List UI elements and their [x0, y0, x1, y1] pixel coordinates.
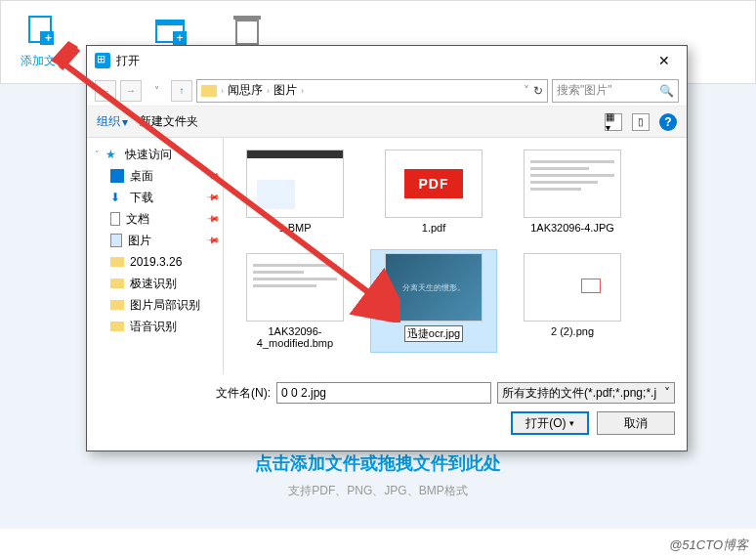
refresh-icon[interactable]: ↻ — [533, 84, 543, 98]
open-dialog: 打开 ✕ ← → ˅ ↑ › 闻思序 › 图片 › ˅ ↻ 搜索"图片" 🔍 组… — [86, 45, 688, 451]
open-button[interactable]: 打开(O) ▾ — [511, 411, 589, 435]
dialog-body: ˅ ★ 快速访问 桌面📌 ⬇ 下载📌 文档📌 图片📌 — [87, 138, 687, 374]
view-options-button[interactable]: ▦ ▾ — [605, 113, 622, 131]
sidebar-quick-access[interactable]: ˅ ★ 快速访问 — [91, 144, 219, 165]
crumb-2[interactable]: 图片 — [273, 82, 297, 99]
pin-icon: 📌 — [206, 234, 221, 248]
nav-history-button[interactable]: ˅ — [146, 80, 167, 102]
sidebar-desktop[interactable]: 桌面📌 — [91, 165, 219, 187]
file-item[interactable]: 2 (2).png — [509, 249, 636, 353]
thumbnail — [246, 253, 344, 322]
file-name: 1AK32096-4.JPG — [530, 222, 614, 234]
sidebar-folder-3[interactable]: 图片局部识别 — [91, 294, 219, 316]
folder-icon — [110, 300, 124, 310]
file-item-selected[interactable]: 分离天生的惯形。 迅捷ocr.jpg — [370, 249, 497, 353]
add-file-label: 添加文件 — [21, 53, 67, 69]
dialog-titlebar[interactable]: 打开 ✕ — [87, 46, 687, 75]
folder-icon — [201, 85, 217, 97]
help-icon[interactable]: ? — [659, 113, 677, 131]
chevron-right-icon: › — [267, 86, 270, 96]
address-bar[interactable]: › 闻思序 › 图片 › ˅ ↻ — [196, 79, 548, 103]
desktop-icon — [110, 169, 124, 183]
thumbnail — [246, 150, 344, 218]
pictures-icon — [110, 234, 122, 247]
file-name: 迅捷ocr.jpg — [404, 325, 463, 342]
drop-subtitle: 支持PDF、PNG、JPG、BMP格式 — [0, 483, 756, 499]
chevron-right-icon: › — [221, 86, 224, 96]
sidebar-downloads[interactable]: ⬇ 下载📌 — [91, 187, 219, 208]
add-folder-button[interactable] — [155, 16, 187, 47]
file-item[interactable]: 1AK32096-4.JPG — [509, 146, 636, 237]
nav-bar: ← → ˅ ↑ › 闻思序 › 图片 › ˅ ↻ 搜索"图片" 🔍 — [87, 75, 687, 107]
add-folder-icon — [155, 20, 185, 43]
dialog-icon — [95, 53, 110, 68]
new-folder-button[interactable]: 新建文件夹 — [140, 113, 198, 130]
organize-menu[interactable]: 组织 ▾ — [97, 113, 128, 130]
filename-label: 文件名(N): — [216, 385, 271, 402]
pin-icon: 📌 — [206, 212, 221, 227]
pin-icon: 📌 — [206, 191, 221, 205]
star-icon: ★ — [105, 148, 119, 161]
trash-button[interactable] — [235, 16, 267, 47]
sidebar-documents[interactable]: 文档📌 — [91, 208, 219, 230]
split-dropdown-icon[interactable]: ▾ — [569, 418, 574, 428]
crumb-1[interactable]: 闻思序 — [228, 82, 263, 99]
watermark: @51CTO博客 — [669, 537, 748, 554]
chevron-down-icon: ˅ — [664, 386, 670, 400]
cancel-button[interactable]: 取消 — [597, 411, 675, 435]
collapse-icon: ˅ — [95, 150, 100, 159]
nav-up-button[interactable]: ↑ — [171, 80, 192, 102]
drop-title: 点击添加文件或拖拽文件到此处 — [0, 451, 756, 475]
search-input[interactable]: 搜索"图片" 🔍 — [552, 79, 679, 103]
close-icon[interactable]: ✕ — [650, 53, 679, 68]
file-item[interactable]: PDF 1.pdf — [370, 146, 497, 237]
file-name: 1AK32096-4_modified.bmp — [235, 325, 355, 349]
file-item[interactable]: 1.BMP — [231, 146, 358, 237]
addr-dropdown-icon[interactable]: ˅ — [524, 84, 529, 98]
chevron-down-icon: ▾ — [122, 115, 128, 129]
sidebar-pictures[interactable]: 图片📌 — [91, 230, 219, 251]
add-file-button[interactable]: 添加文件 — [21, 16, 67, 69]
pdf-badge: PDF — [404, 169, 463, 198]
search-icon: 🔍 — [659, 84, 674, 98]
dialog-footer: 文件名(N): 所有支持的文件(*.pdf;*.png;*.j ˅ 打开(O) … — [87, 374, 687, 451]
folder-icon — [110, 322, 124, 331]
sidebar-folder-2[interactable]: 极速识别 — [91, 273, 219, 294]
sidebar-folder-1[interactable]: 2019.3.26 — [91, 251, 219, 273]
folder-icon — [110, 279, 124, 288]
sidebar-folder-4[interactable]: 语音识别 — [91, 316, 219, 337]
filename-input[interactable] — [276, 382, 491, 404]
nav-sidebar: ˅ ★ 快速访问 桌面📌 ⬇ 下载📌 文档📌 图片📌 — [87, 138, 224, 374]
filetype-filter[interactable]: 所有支持的文件(*.pdf;*.png;*.j ˅ — [497, 382, 675, 404]
file-name: 2 (2).png — [551, 325, 594, 337]
file-item[interactable]: 1AK32096-4_modified.bmp — [231, 249, 358, 353]
thumbnail: PDF — [385, 150, 483, 218]
nav-fwd-button[interactable]: → — [120, 80, 142, 102]
preview-toggle-button[interactable]: ▯ — [632, 113, 650, 131]
nav-back-button[interactable]: ← — [95, 80, 116, 102]
document-icon — [110, 212, 120, 226]
search-placeholder: 搜索"图片" — [557, 82, 612, 99]
folder-icon — [110, 257, 124, 267]
file-list[interactable]: 1.BMP PDF 1.pdf 1AK32096-4.JPG 1AK32096-… — [224, 138, 687, 374]
file-name: 1.pdf — [422, 222, 445, 234]
chevron-right-icon: › — [301, 86, 304, 96]
dialog-title: 打开 — [116, 53, 140, 69]
thumbnail: 分离天生的惯形。 — [385, 253, 483, 322]
thumbnail — [524, 150, 621, 218]
thumbnail — [524, 253, 621, 322]
dialog-toolbar: 组织 ▾ 新建文件夹 ▦ ▾ ▯ ? — [87, 107, 687, 138]
trash-icon — [235, 20, 259, 45]
file-name: 1.BMP — [278, 222, 311, 234]
download-icon: ⬇ — [110, 191, 124, 204]
pin-icon: 📌 — [206, 169, 221, 184]
add-file-icon — [28, 16, 52, 43]
